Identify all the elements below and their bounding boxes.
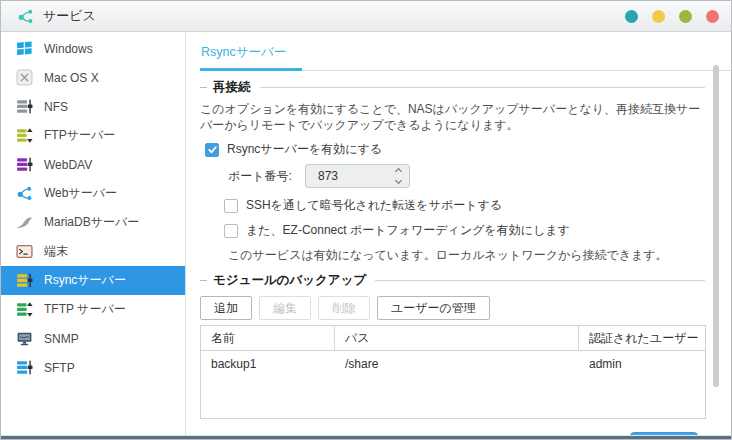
nfs-server-icon: [16, 98, 33, 115]
window-controls: [625, 10, 719, 23]
red-window-control[interactable]: [706, 10, 719, 23]
window-bottom-edge: [1, 435, 731, 439]
sidebar-item-windows[interactable]: Windows: [1, 34, 185, 63]
sidebar-item-rsync-server[interactable]: Rsyncサーバー: [1, 266, 185, 295]
sidebar-item-terminal[interactable]: 端末: [1, 237, 185, 266]
modules-section-header: モジュールのバックアップ: [200, 272, 705, 289]
ssh-checkbox-label: SSHを通して暗号化された転送をサポートする: [246, 197, 502, 214]
port-label: ポート番号:: [228, 168, 305, 185]
sidebar-item-ftp-server[interactable]: FTPサーバー: [1, 121, 185, 150]
reconnect-section-header: 再接続: [200, 79, 705, 96]
sidebar-item-label: Mac OS X: [44, 71, 99, 85]
port-number-input[interactable]: 873: [305, 164, 410, 188]
module-table: 名前 パス 認証されたユーザー backup1 /share admin: [200, 325, 706, 419]
sidebar-item-label: TFTP サーバー: [44, 301, 126, 318]
ssh-encrypted-transfer-checkbox[interactable]: [224, 199, 238, 213]
macos-icon: [16, 69, 33, 86]
vertical-scrollbar[interactable]: [713, 65, 719, 387]
section-rule: [260, 87, 706, 88]
port-spinner: [394, 165, 403, 187]
table-row[interactable]: backup1 /share admin: [201, 351, 705, 377]
tab-rsync-server[interactable]: Rsyncサーバー: [200, 40, 302, 71]
port-row: ポート番号: 873: [228, 164, 705, 188]
cell-name: backup1: [201, 351, 335, 377]
tabbar: Rsyncサーバー: [200, 40, 731, 71]
windows-icon: [16, 40, 33, 57]
module-toolbar: 追加 編集 削除 ユーザーの管理: [200, 296, 705, 320]
sidebar-item-label: SFTP: [44, 361, 75, 375]
spinner-up-icon[interactable]: [395, 168, 402, 175]
sidebar-item-mariadb-server[interactable]: MariaDBサーバー: [1, 208, 185, 237]
port-value: 873: [318, 169, 394, 183]
services-window: サービス Windows Mac OS X: [0, 0, 732, 440]
column-header-authorized-user: 認証されたユーザー: [579, 326, 705, 350]
cell-user: admin: [579, 351, 705, 377]
section-dash: [200, 280, 207, 281]
sidebar-item-label: FTPサーバー: [44, 127, 115, 144]
sidebar-item-label: Windows: [44, 42, 93, 56]
sidebar-item-label: WebDAV: [44, 158, 92, 172]
sidebar-item-tftp-server[interactable]: TFTP サーバー: [1, 295, 185, 324]
sidebar-item-label: 端末: [44, 243, 68, 260]
ftp-server-icon: [16, 127, 33, 144]
manage-users-button[interactable]: ユーザーの管理: [377, 296, 490, 320]
add-button[interactable]: 追加: [200, 296, 252, 320]
rsync-server-panel: Rsyncサーバー 再接続 このオプションを有効にすることで、NASはバックアッ…: [186, 32, 731, 435]
tftp-server-icon: [16, 301, 33, 318]
sidebar-item-snmp[interactable]: SNMP: [1, 324, 185, 353]
spinner-down-icon[interactable]: [395, 177, 402, 184]
sidebar-item-label: MariaDBサーバー: [44, 214, 139, 231]
ezconnect-checkbox-row: また、EZ-Connect ポートフォワーディングを有効にします: [224, 222, 705, 239]
sidebar-item-label: NFS: [44, 100, 68, 114]
cell-path: /share: [335, 351, 579, 377]
sidebar-item-nfs[interactable]: NFS: [1, 92, 185, 121]
edit-button[interactable]: 編集: [259, 296, 311, 320]
terminal-icon: [16, 243, 33, 260]
delete-button[interactable]: 削除: [318, 296, 370, 320]
yellow-window-control[interactable]: [652, 10, 665, 23]
web-server-icon: [16, 185, 33, 202]
reconnect-section-title: 再接続: [213, 79, 251, 96]
snmp-icon: [16, 330, 33, 347]
teal-window-control[interactable]: [625, 10, 638, 23]
sidebar-item-webdav[interactable]: WebDAV: [1, 150, 185, 179]
reconnect-description: このオプションを有効にすることで、NASはバックアップサーバーとなり、再接続互換…: [200, 101, 708, 133]
service-status-text: このサービスは有効になっています。ローカルネットワークから接続できます。: [228, 247, 705, 264]
sidebar-item-macosx[interactable]: Mac OS X: [1, 63, 185, 92]
sidebar-item-label: Webサーバー: [44, 185, 117, 202]
sftp-server-icon: [16, 359, 33, 376]
section-rule: [375, 280, 705, 281]
services-share-icon: [17, 8, 34, 25]
apply-row: 適用: [200, 432, 706, 435]
sidebar-item-label: Rsyncサーバー: [44, 272, 126, 289]
rsync-server-icon: [16, 272, 33, 289]
webdav-server-icon: [16, 156, 33, 173]
sidebar-item-sftp[interactable]: SFTP: [1, 353, 185, 382]
module-table-header: 名前 パス 認証されたユーザー: [201, 326, 705, 351]
window-title: サービス: [43, 7, 96, 25]
green-window-control[interactable]: [679, 10, 692, 23]
apply-button[interactable]: 適用: [630, 432, 698, 435]
titlebar: サービス: [1, 1, 731, 32]
section-dash: [200, 87, 207, 88]
sidebar-item-label: SNMP: [44, 332, 79, 346]
check-icon: [207, 144, 218, 155]
enable-rsync-checkbox[interactable]: [205, 143, 219, 157]
services-sidebar: Windows Mac OS X NFS: [1, 32, 186, 435]
ssh-checkbox-row: SSHを通して暗号化された転送をサポートする: [224, 197, 705, 214]
modules-section-title: モジュールのバックアップ: [213, 272, 366, 289]
mariadb-server-icon: [16, 214, 33, 231]
sidebar-item-web-server[interactable]: Webサーバー: [1, 179, 185, 208]
ezconnect-checkbox-label: また、EZ-Connect ポートフォワーディングを有効にします: [246, 222, 570, 239]
column-header-name: 名前: [201, 326, 335, 350]
column-header-path: パス: [335, 326, 579, 350]
enable-rsync-checkbox-row: Rsyncサーバーを有効にする: [205, 141, 705, 158]
ezconnect-port-forwarding-checkbox[interactable]: [224, 224, 238, 238]
enable-rsync-label: Rsyncサーバーを有効にする: [227, 141, 382, 158]
